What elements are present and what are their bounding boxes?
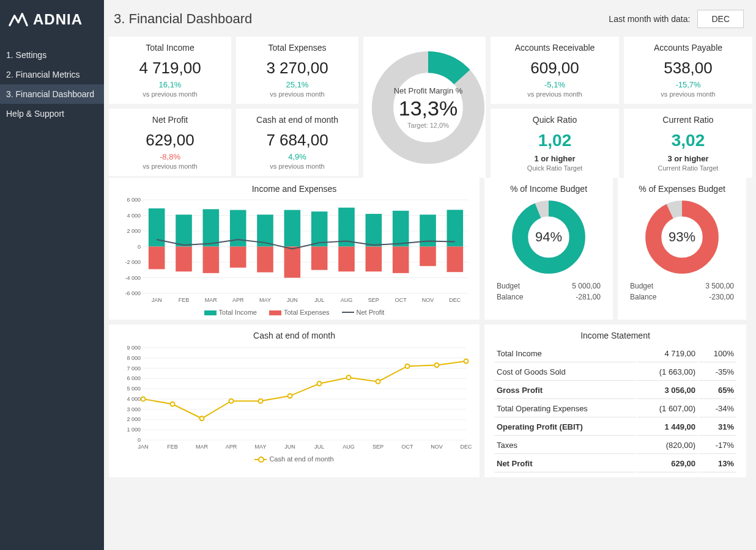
brand-logo: ADNIA [0, 0, 104, 45]
kpi-pct: 4,9% [241, 152, 354, 161]
kpi-value: 629,00 [114, 131, 226, 150]
kpi-pct: -5,1% [495, 80, 614, 89]
kpi-total-income: Total Income 4 719,00 16,1% vs previous … [109, 37, 231, 104]
svg-text:9 000: 9 000 [127, 345, 141, 351]
svg-point-84 [376, 380, 380, 384]
table-row: Total Income4 719,00100% [494, 345, 736, 362]
kpi-title: Total Income [114, 43, 226, 53]
svg-text:JAN: JAN [152, 297, 162, 303]
income-statement-table: Total Income4 719,00100%Cost of Goods So… [493, 344, 738, 474]
svg-point-76 [141, 397, 146, 402]
svg-point-77 [171, 402, 175, 406]
statement-title: Income Statement [493, 331, 738, 340]
donut-label: Net Profit Margin % [394, 86, 463, 95]
svg-text:7 000: 7 000 [127, 365, 141, 372]
table-row: Net Profit629,0013% [494, 455, 736, 472]
svg-point-80 [259, 399, 263, 403]
bottom-row: Cash at end of month 01 0002 0003 0004 0… [109, 324, 756, 477]
svg-text:MAY: MAY [255, 444, 267, 450]
svg-point-83 [347, 375, 351, 380]
kpi-value: 609,00 [495, 59, 614, 78]
sidebar-item[interactable]: Help & Support [0, 104, 104, 123]
sidebar-item[interactable]: 3. Financial Dashboard [0, 84, 104, 104]
svg-text:JUN: JUN [287, 297, 298, 303]
kpi-title: Current Ratio [629, 115, 747, 125]
svg-rect-32 [284, 247, 301, 278]
brand-name: ADNIA [33, 11, 83, 28]
sidebar-item[interactable]: 2. Financial Metrics [0, 65, 104, 84]
svg-rect-41 [366, 247, 382, 272]
donut-value: 13,3% [399, 97, 458, 120]
kpi-expenses-budget: % of Expenses Budget 93% Budget3 500,00 … [618, 178, 746, 320]
svg-text:DEC: DEC [449, 297, 461, 303]
budget-pct: 94% [509, 197, 588, 277]
svg-rect-25 [230, 210, 246, 247]
main-content: 3. Financial Dashboard Last month with d… [104, 0, 756, 550]
kpi-sub: Quick Ratio Target [495, 164, 614, 172]
kpi-sub: Current Ratio Target [629, 164, 747, 172]
table-row: Total Operating Expenses(1 607,00)-34% [494, 400, 736, 417]
kpi-title: Accounts Payable [629, 43, 747, 53]
chart-legend: Cash at end of month [117, 455, 471, 463]
kpi-target: 1 or higher [495, 154, 614, 163]
svg-text:8 000: 8 000 [127, 355, 141, 361]
svg-rect-44 [393, 247, 409, 273]
svg-text:AUG: AUG [343, 444, 355, 450]
kpi-title: Total Expenses [241, 43, 354, 53]
sidebar-item[interactable]: 1. Settings [0, 45, 104, 65]
kpi-value: 3,02 [629, 131, 747, 150]
logo-icon [9, 13, 28, 26]
budget-label: Budget [497, 282, 520, 290]
budget-title: % of Expenses Budget [626, 184, 738, 194]
month-selector-group: Last month with data: DEC [609, 10, 744, 28]
kpi-value: 7 684,00 [241, 131, 354, 150]
svg-rect-40 [366, 214, 382, 247]
svg-rect-43 [393, 211, 409, 247]
kpi-sub: vs previous month [241, 163, 354, 170]
svg-text:AUG: AUG [341, 297, 353, 303]
svg-text:SEP: SEP [368, 297, 379, 303]
svg-point-85 [406, 364, 410, 369]
svg-text:4 000: 4 000 [127, 213, 141, 219]
budget-val: 3 500,00 [705, 282, 734, 290]
kpi-current-ratio: Current Ratio 3,02 3 or higher Current R… [624, 109, 752, 178]
svg-point-81 [288, 394, 292, 398]
svg-text:JAN: JAN [138, 444, 148, 450]
donut-target: Target: 12,0% [407, 122, 449, 129]
page-header: 3. Financial Dashboard Last month with d… [109, 0, 756, 37]
svg-text:MAY: MAY [259, 297, 271, 303]
kpi-cash-eom: Cash at end of month 7 684,00 4,9% vs pr… [236, 109, 358, 176]
svg-rect-17 [149, 247, 165, 270]
svg-text:-6 000: -6 000 [125, 290, 141, 296]
budget-val: 5 000,00 [572, 282, 601, 290]
balance-val: -281,00 [576, 293, 601, 301]
svg-text:NOV: NOV [431, 444, 443, 450]
svg-rect-29 [257, 247, 273, 273]
legend-netprofit: Net Profit [357, 309, 385, 316]
svg-rect-38 [338, 247, 355, 272]
month-dropdown[interactable]: DEC [697, 10, 744, 28]
svg-rect-23 [203, 247, 220, 273]
kpi-value: 538,00 [629, 59, 747, 78]
chart-cash-eom: Cash at end of month 01 0002 0003 0004 0… [109, 324, 480, 477]
table-row: Gross Profit3 056,0065% [494, 382, 736, 399]
balance-label: Balance [630, 293, 656, 301]
svg-text:OCT: OCT [402, 444, 414, 450]
kpi-total-expenses: Total Expenses 3 270,00 25,1% vs previou… [236, 37, 358, 104]
svg-rect-19 [176, 215, 192, 246]
line-chart-svg: 01 0002 0003 0004 0005 0006 0007 0008 00… [117, 344, 472, 451]
kpi-title: Accounts Receivable [495, 43, 614, 53]
svg-text:6 000: 6 000 [127, 376, 141, 382]
kpi-pct: -8,8% [114, 152, 226, 161]
income-statement: Income Statement Total Income4 719,00100… [484, 324, 746, 477]
legend-income: Total Income [219, 309, 257, 316]
svg-point-79 [229, 399, 234, 403]
svg-rect-31 [284, 210, 301, 247]
balance-label: Balance [497, 293, 523, 301]
svg-text:JUN: JUN [284, 444, 295, 450]
kpi-quick-ratio: Quick Ratio 1,02 1 or higher Quick Ratio… [491, 109, 619, 178]
chart-income-expenses: Income and Expenses -6 000-4 000-2 00002… [109, 178, 480, 320]
kpi-target: 3 or higher [629, 154, 747, 163]
kpi-value: 4 719,00 [114, 59, 226, 78]
kpi-pct: 25,1% [241, 80, 354, 89]
